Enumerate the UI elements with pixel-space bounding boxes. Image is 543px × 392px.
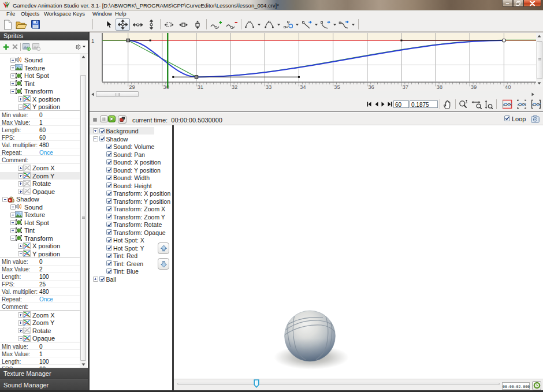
move-track-up-button[interactable] bbox=[158, 242, 169, 254]
fit-selection-button[interactable] bbox=[502, 99, 512, 109]
save-file-button[interactable] bbox=[29, 18, 42, 31]
segment-line-button[interactable] bbox=[300, 18, 313, 31]
sprite-tree-item-y-position[interactable]: Y position bbox=[0, 250, 80, 258]
property-value[interactable]: Once bbox=[39, 296, 53, 303]
track-item-transform-opaque[interactable]: Transform: Opaque bbox=[90, 228, 172, 236]
select-button[interactable] bbox=[103, 18, 115, 31]
track-item-transform-y-position[interactable]: Transform: Y position bbox=[90, 197, 172, 205]
track-item-bound-width[interactable]: Bound: Width bbox=[90, 174, 172, 182]
menu-keys[interactable]: Keys bbox=[73, 10, 85, 17]
sprite-tree-item-tint[interactable]: Tint bbox=[0, 226, 80, 234]
collapse-icon[interactable] bbox=[18, 251, 23, 256]
fit-horizontal-button[interactable] bbox=[531, 99, 541, 109]
scrollbar-thumb[interactable] bbox=[96, 91, 139, 97]
expand-icon[interactable] bbox=[18, 244, 23, 249]
track-item-background[interactable]: Background bbox=[90, 127, 172, 135]
track-checkbox[interactable] bbox=[106, 144, 112, 150]
sprite-tree-item-hot-spot[interactable]: Hot Spot bbox=[0, 219, 80, 227]
sprite-tree-item-sound[interactable]: Sound bbox=[0, 56, 80, 64]
move-key-horizontal-button[interactable] bbox=[131, 18, 144, 31]
scroll-down-icon[interactable] bbox=[80, 361, 87, 368]
track-item-transform-zoom-y[interactable]: Transform: Zoom Y bbox=[90, 212, 172, 221]
scrollbar-thumb[interactable] bbox=[80, 75, 86, 361]
track-checkbox[interactable] bbox=[99, 136, 105, 141]
sprite-tree-item-zoom-x[interactable]: Zoom X bbox=[0, 311, 80, 319]
sprite-tree-item-rotate[interactable]: Rotate bbox=[0, 180, 80, 188]
go-start-icon[interactable] bbox=[367, 102, 371, 107]
add-key-button[interactable] bbox=[209, 18, 223, 31]
zoom-horizontal-icon[interactable] bbox=[471, 100, 482, 109]
track-item-transform-rotate[interactable]: Transform: Rotate bbox=[90, 221, 172, 229]
expand-icon[interactable] bbox=[18, 181, 23, 186]
scale-keys-horizontal-button[interactable] bbox=[177, 18, 190, 31]
key-linked-dropdown[interactable] bbox=[295, 18, 300, 31]
track-checkbox[interactable] bbox=[106, 206, 112, 212]
property-value[interactable]: Once bbox=[39, 150, 53, 156]
track-checkbox[interactable] bbox=[106, 229, 112, 235]
add-texture-sprite-button[interactable] bbox=[22, 42, 31, 51]
track-checkbox[interactable] bbox=[106, 260, 112, 266]
value-field[interactable]: 0.1875 bbox=[410, 100, 438, 108]
track-checkbox[interactable] bbox=[106, 268, 112, 274]
track-item-transform-zoom-x[interactable]: Transform: Zoom X bbox=[90, 205, 172, 213]
move-key-vertical-button[interactable] bbox=[146, 18, 157, 31]
track-item-sound-volume[interactable]: Sound: Volume bbox=[90, 143, 172, 151]
title-bar[interactable]: Gamedev Animation Studio ver. 3.1- [D:\A… bbox=[0, 0, 543, 10]
snapshot-icon[interactable] bbox=[531, 115, 540, 123]
track-item-shadow[interactable]: Shadow bbox=[90, 135, 172, 143]
expand-icon[interactable] bbox=[18, 312, 23, 318]
settings-button[interactable] bbox=[74, 42, 87, 51]
track-checkbox[interactable] bbox=[106, 198, 112, 204]
clone-sprite-button[interactable] bbox=[32, 42, 41, 51]
record-keys-button[interactable] bbox=[118, 115, 127, 124]
segment-smooth-dropdown[interactable] bbox=[351, 18, 356, 31]
scroll-left-icon[interactable] bbox=[90, 91, 96, 98]
track-item-ball[interactable]: Ball bbox=[90, 275, 172, 283]
prev-key-icon[interactable] bbox=[375, 102, 378, 107]
sprite-tree-item-opaque[interactable]: Opaque bbox=[0, 334, 80, 342]
track-checkbox[interactable] bbox=[106, 175, 112, 181]
stop-icon[interactable] bbox=[93, 118, 97, 122]
tangent-auto-button[interactable] bbox=[243, 18, 256, 31]
go-end-icon[interactable] bbox=[388, 102, 392, 107]
move-key-button[interactable] bbox=[116, 18, 130, 31]
scroll-right-icon[interactable] bbox=[530, 91, 536, 98]
sprite-tree-item-tint[interactable]: Tint bbox=[0, 80, 80, 88]
menu-file[interactable]: File bbox=[6, 10, 15, 17]
track-checkbox[interactable] bbox=[99, 276, 105, 282]
key-linked-button[interactable] bbox=[282, 18, 294, 31]
tangent-break-button[interactable] bbox=[263, 18, 276, 31]
expand-icon[interactable] bbox=[93, 277, 98, 282]
loop-control[interactable]: Loop bbox=[504, 115, 510, 121]
collapse-icon[interactable] bbox=[2, 197, 8, 202]
new-file-button[interactable] bbox=[2, 18, 14, 31]
expand-icon[interactable] bbox=[93, 128, 98, 133]
preview-viewport[interactable] bbox=[174, 125, 543, 379]
zoom-icon[interactable] bbox=[459, 100, 467, 109]
collapse-icon[interactable] bbox=[18, 104, 23, 110]
realtime-button[interactable] bbox=[532, 381, 541, 390]
track-item-bound-height[interactable]: Bound: Height bbox=[90, 181, 172, 189]
track-checkbox[interactable] bbox=[106, 222, 112, 227]
expand-icon[interactable] bbox=[18, 166, 23, 171]
expand-icon[interactable] bbox=[18, 320, 23, 326]
curve-editor-graph[interactable]: 2930313233343536373839401 bbox=[90, 32, 543, 98]
scroll-up-icon[interactable] bbox=[80, 54, 87, 60]
tangent-break-dropdown[interactable] bbox=[276, 18, 281, 31]
sound-manager-header[interactable]: Sound Manager bbox=[0, 379, 88, 391]
tangent-auto-dropdown[interactable] bbox=[256, 18, 262, 31]
scroll-down-icon[interactable] bbox=[536, 80, 542, 87]
timeline-slider-thumb[interactable] bbox=[254, 379, 259, 388]
segment-smooth-button[interactable] bbox=[337, 18, 350, 31]
sprite-tree-item-transform[interactable]: Transform bbox=[0, 234, 80, 242]
next-key-icon[interactable] bbox=[381, 102, 385, 107]
segment-curve-dropdown[interactable] bbox=[332, 18, 337, 31]
expand-icon[interactable] bbox=[18, 173, 23, 178]
expand-icon[interactable] bbox=[18, 189, 23, 194]
sprite-tree-item-hot-spot[interactable]: Hot Spot bbox=[0, 72, 80, 80]
delete-key-button[interactable] bbox=[224, 18, 239, 31]
scroll-up-icon[interactable] bbox=[536, 33, 542, 39]
curve-v-scrollbar[interactable] bbox=[536, 33, 542, 87]
track-checkbox[interactable] bbox=[106, 245, 112, 251]
loop-checkbox[interactable] bbox=[504, 115, 510, 121]
